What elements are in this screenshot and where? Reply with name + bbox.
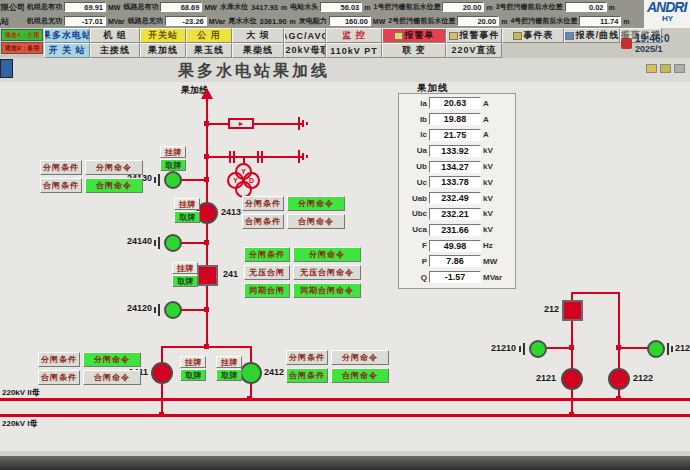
capacitor-symbol	[233, 151, 235, 163]
taskbar[interactable]	[0, 456, 690, 470]
hang-tag-button[interactable]: 挂牌	[172, 262, 198, 274]
status-field-value: 11.74	[579, 16, 621, 26]
condition-button[interactable]: 合闸条件	[40, 178, 82, 193]
switch-label: 2412	[264, 367, 284, 377]
condition-button[interactable]: 同期合闸	[244, 283, 290, 298]
condition-button[interactable]: 合闸条件	[286, 368, 328, 383]
tab-label: 果柴线	[243, 44, 273, 57]
hang-tag-button[interactable]: 挂牌	[160, 146, 186, 158]
status-field-value: 56.03	[320, 2, 362, 12]
disconnector-2122[interactable]	[608, 368, 630, 390]
mini-toolbar-icon[interactable]	[674, 64, 685, 73]
condition-button[interactable]: 合闸条件	[242, 214, 284, 229]
earth-switch-24130[interactable]	[164, 171, 182, 189]
earth-switch-21210[interactable]	[529, 340, 547, 358]
status-field: 4号拦污栅前后水位差 11.74 m	[510, 16, 629, 26]
status-field: 发电能力 160.00 MW	[299, 16, 385, 26]
tab-common[interactable]: 公 用	[186, 28, 232, 43]
condition-button[interactable]: 合闸条件	[38, 370, 80, 385]
remove-tag-button[interactable]: 取牌	[160, 159, 186, 171]
status-field-value: 69.91	[64, 2, 106, 12]
measurement-unit: kV	[483, 162, 493, 171]
condition-button[interactable]: 分闸条件	[244, 247, 290, 262]
measurement-unit: kV	[483, 146, 493, 155]
status-field-value: -23.26	[165, 16, 207, 26]
remove-tag-button[interactable]: 取牌	[180, 369, 206, 381]
status-field-unit: m	[364, 4, 370, 11]
breaker-241[interactable]	[197, 265, 218, 286]
status-field-unit: m	[623, 18, 629, 25]
status-field-label: 电站水头	[290, 2, 318, 12]
tab-220v-dc[interactable]: 220V直流	[446, 43, 502, 58]
tab-110kv-pt[interactable]: 110kV PT	[326, 43, 382, 58]
command-button[interactable]: 合闸命令	[331, 368, 389, 383]
disconnector-2121[interactable]	[561, 368, 583, 390]
tab-alarm-sheet[interactable]: 报警单	[382, 28, 446, 43]
junction-dot	[616, 345, 621, 350]
condition-button[interactable]: 分闸条件	[242, 196, 284, 211]
condition-button[interactable]: 分闸条件	[38, 352, 80, 367]
mini-toolbar-icon[interactable]	[646, 64, 657, 73]
status-field-unit: MW	[204, 4, 216, 11]
switch-label: 241	[223, 269, 238, 279]
status-field-value: 0.02	[565, 2, 607, 12]
earth-switch-24120[interactable]	[164, 301, 182, 319]
command-button[interactable]: 合闸命令	[83, 370, 141, 385]
command-button[interactable]: 分闸命令	[331, 350, 389, 365]
tab-alarm-events[interactable]: 报警事件	[446, 28, 502, 43]
tab-guojia-line[interactable]: 果加线	[140, 43, 186, 58]
command-button[interactable]: 同期合闸命令	[293, 283, 361, 298]
measurement-row: Uc 133.78 kV	[401, 176, 515, 189]
command-button[interactable]: 合闸命令	[85, 178, 143, 193]
earth-symbol	[671, 346, 673, 352]
nav-icon[interactable]	[0, 59, 13, 78]
tab-reports-curves[interactable]: 报表/曲线	[564, 28, 620, 43]
switch-label: 24120	[118, 303, 152, 313]
tab-label: 公 用	[197, 29, 221, 42]
command-panel-2413: 分闸条件 分闸命令 合闸条件 合闸命令	[242, 196, 345, 232]
command-button[interactable]: 分闸命令	[83, 352, 141, 367]
status-field-label: 尾水水位	[228, 16, 256, 26]
tab-monitor[interactable]: 监 控	[326, 28, 382, 43]
condition-button[interactable]: 分闸条件	[286, 350, 328, 365]
tab-agc-avc[interactable]: AGC/AVC	[284, 28, 326, 43]
tab-station-transformer[interactable]: 联 变	[382, 43, 446, 58]
condition-button[interactable]: 分闸条件	[40, 160, 82, 175]
command-button[interactable]: 合闸命令	[287, 214, 345, 229]
status-field: 机组总无功 -17.01 MVar	[27, 16, 125, 26]
tab-main-wiring[interactable]: 主接线	[90, 43, 140, 58]
condition-button[interactable]: 无压合闸	[244, 265, 290, 280]
tab-units[interactable]: 机 组	[90, 28, 140, 43]
earth-switch-21220[interactable]	[647, 340, 665, 358]
remove-tag-button[interactable]: 取牌	[174, 211, 200, 223]
disconnector-2412[interactable]	[240, 362, 262, 384]
mini-toolbar-icon[interactable]	[660, 64, 671, 73]
command-button[interactable]: 分闸命令	[293, 247, 361, 262]
tab-dam[interactable]: 大 坝	[232, 28, 284, 43]
hang-tag-button[interactable]: 挂牌	[180, 356, 206, 368]
status-field-unit: m	[290, 18, 296, 25]
earth-terminal	[302, 153, 304, 160]
clock: 19:46:0 2025/1	[621, 29, 690, 57]
hang-tag-button[interactable]: 挂牌	[174, 198, 200, 210]
remove-tag-button[interactable]: 取牌	[172, 275, 198, 287]
tab-guochai-line[interactable]: 果柴线	[232, 43, 284, 58]
measurement-row: Uca 231.66 kV	[401, 223, 515, 236]
tab-guoduo-station[interactable]: 果多水电站	[44, 28, 90, 43]
command-button[interactable]: 分闸命令	[85, 160, 143, 175]
tab-switchyard-nav[interactable]: 开 关 站	[44, 43, 90, 58]
tab-220kv-bus-tie[interactable]: 220kV母联	[284, 43, 326, 58]
tab-event-list[interactable]: 事件表	[502, 28, 564, 43]
breaker-212[interactable]	[562, 300, 583, 321]
earth-switch-24140[interactable]	[164, 234, 182, 252]
tab-switchyard[interactable]: 开关站	[140, 28, 186, 43]
junction-dot	[159, 412, 164, 417]
hang-tag-button[interactable]: 挂牌	[216, 356, 242, 368]
remove-tag-button[interactable]: 取牌	[216, 369, 242, 381]
command-button[interactable]: 分闸命令	[287, 196, 345, 211]
earth-symbol	[154, 307, 156, 313]
disconnector-2411[interactable]	[151, 362, 173, 384]
command-button[interactable]: 无压合闸命令	[293, 265, 361, 280]
command-panel-2412: 分闸条件 分闸命令 合闸条件 合闸命令	[286, 350, 389, 386]
tab-guoyu-line[interactable]: 果玉线	[186, 43, 232, 58]
